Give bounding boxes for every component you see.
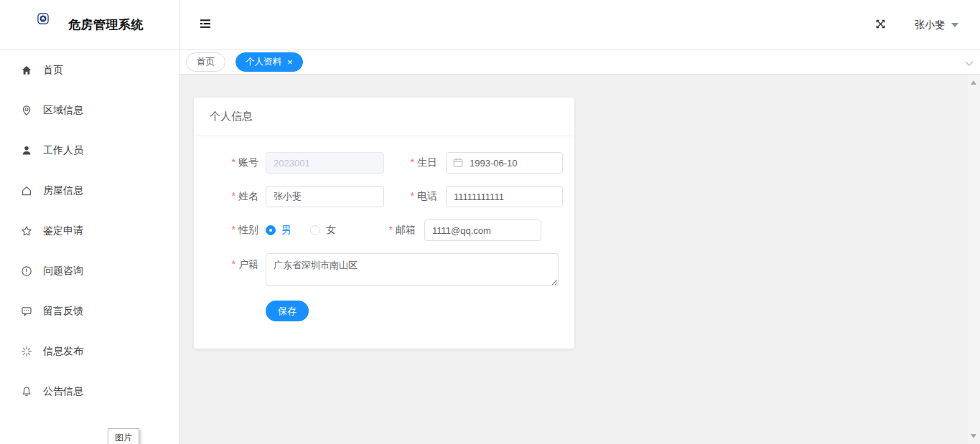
sidebar-item-region-info[interactable]: 区域信息 — [0, 90, 179, 131]
radio-female[interactable]: 女 — [310, 224, 336, 237]
radio-label: 男 — [281, 224, 291, 237]
image-tooltip: 图片 — [108, 428, 139, 444]
scroll-down-arrow-icon[interactable] — [971, 434, 976, 438]
gender-label: 性别 — [194, 224, 258, 237]
bell-icon — [21, 386, 32, 397]
sidebar-item-feedback[interactable]: 留言反馈 — [0, 291, 179, 331]
name-label: 姓名 — [194, 190, 258, 203]
home-icon — [21, 65, 32, 76]
header: 张小斐 — [179, 0, 980, 50]
app-logo-icon — [37, 13, 62, 37]
tab-label: 首页 — [197, 56, 215, 68]
sidebar-item-home[interactable]: 首页 — [0, 50, 179, 90]
chevron-down-icon — [965, 56, 974, 69]
sidebar-item-label: 留言反馈 — [43, 305, 83, 318]
scroll-up-arrow-icon[interactable] — [971, 80, 976, 85]
sidebar-item-staff[interactable]: 工作人员 — [0, 131, 179, 171]
sidebar-item-appraisal-application[interactable]: 鉴定申请 — [0, 211, 179, 251]
tab-bar: 首页 个人资料 × — [179, 50, 980, 75]
app-title: 危房管理系统 — [68, 16, 144, 33]
sidebar-item-label: 首页 — [43, 64, 63, 77]
sidebar-item-label: 鉴定申请 — [43, 225, 83, 237]
birthday-label: 生日 — [406, 156, 437, 169]
user-name: 张小斐 — [915, 19, 945, 32]
fullscreen-button[interactable] — [875, 19, 886, 32]
sidebar-item-label: 问题咨询 — [43, 265, 83, 278]
email-input[interactable] — [424, 219, 541, 241]
exclamation-circle-icon — [21, 265, 32, 277]
radio-checked-icon — [266, 225, 276, 235]
name-input[interactable] — [266, 186, 384, 207]
calendar-icon — [452, 157, 464, 169]
tab-profile[interactable]: 个人资料 × — [235, 52, 303, 72]
sidebar-nav: 首页 区域信息 工作人员 房屋信息 鉴定申请 — [0, 50, 179, 412]
user-menu[interactable]: 张小斐 — [915, 19, 958, 32]
sidebar-item-label: 工作人员 — [43, 144, 83, 157]
main-content: 个人信息 账号 生日 — [179, 75, 968, 444]
sidebar-item-label: 房屋信息 — [43, 184, 83, 197]
menu-fold-icon — [200, 19, 211, 31]
sidebar-item-question-consult[interactable]: 问题咨询 — [0, 251, 179, 291]
tab-overflow-button[interactable] — [958, 50, 980, 74]
close-icon[interactable]: × — [287, 57, 293, 67]
tab-home[interactable]: 首页 — [186, 52, 225, 72]
radio-male[interactable]: 男 — [266, 224, 291, 237]
star-icon — [21, 225, 32, 237]
menu-fold-button[interactable] — [200, 19, 211, 31]
account-label: 账号 — [194, 156, 258, 169]
sidebar-item-announcement[interactable]: 公告信息 — [0, 372, 179, 412]
email-label: 邮箱 — [384, 224, 416, 237]
save-button[interactable]: 保存 — [266, 301, 309, 321]
vertical-scrollbar[interactable] — [968, 75, 980, 444]
location-icon — [21, 105, 32, 116]
sidebar-item-label: 信息发布 — [43, 345, 83, 358]
loading-icon — [21, 346, 32, 357]
radio-label: 女 — [326, 224, 336, 237]
sidebar: 危房管理系统 首页 区域信息 工作人员 房屋信息 — [0, 0, 179, 444]
tab-label: 个人资料 — [246, 56, 281, 68]
radio-unchecked-icon — [310, 225, 320, 235]
phone-input[interactable] — [446, 186, 563, 207]
message-icon — [21, 306, 32, 317]
app-logo: 危房管理系统 — [0, 0, 179, 50]
residence-textarea[interactable]: 广东省深圳市南山区 — [266, 253, 559, 286]
sidebar-item-label: 公告信息 — [43, 385, 83, 398]
house-icon — [21, 185, 32, 197]
profile-card: 个人信息 账号 生日 — [194, 98, 574, 349]
sidebar-item-info-publish[interactable]: 信息发布 — [0, 331, 179, 372]
person-icon — [21, 145, 32, 156]
gender-radio-group: 男 女 — [266, 224, 384, 237]
sidebar-item-housing-info[interactable]: 房屋信息 — [0, 171, 179, 211]
residence-label: 户籍 — [194, 258, 258, 271]
fullscreen-icon — [875, 19, 886, 32]
sidebar-item-label: 区域信息 — [43, 104, 83, 117]
phone-label: 电话 — [406, 190, 437, 203]
account-input[interactable] — [266, 152, 384, 174]
card-title: 个人信息 — [210, 110, 253, 123]
caret-down-icon — [951, 23, 958, 27]
